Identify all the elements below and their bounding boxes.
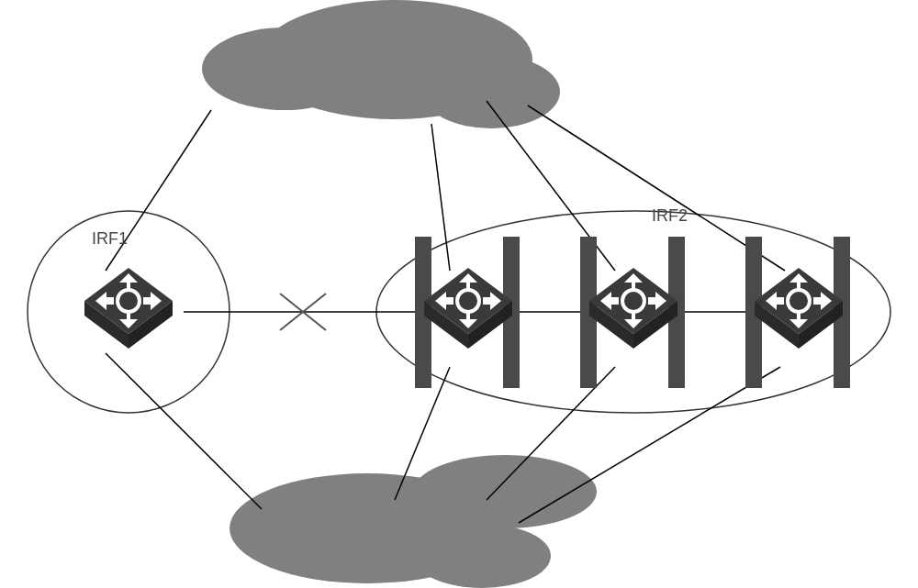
- svg-line-46: [280, 294, 326, 330]
- broken-link-icon: [275, 289, 330, 335]
- svg-line-6: [106, 353, 262, 509]
- svg-line-45: [280, 294, 326, 330]
- switch-1: [73, 257, 184, 367]
- switch-3: [578, 257, 688, 367]
- cloud-bottom: [230, 473, 505, 583]
- svg-line-3: [431, 124, 450, 271]
- irf2-label: IRF2: [652, 206, 688, 226]
- switch-2: [413, 257, 523, 367]
- network-diagram: IRF1 IRF2: [0, 0, 918, 588]
- cloud-top: [257, 0, 532, 119]
- irf1-label: IRF1: [92, 229, 128, 249]
- switch-4: [744, 257, 854, 367]
